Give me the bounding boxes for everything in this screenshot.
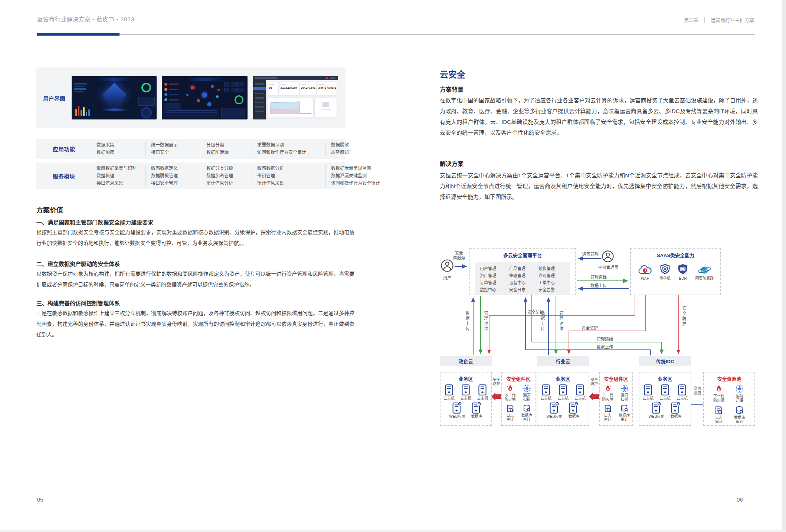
section-title: 云安全 (440, 68, 465, 80)
db-audit-icon (523, 404, 531, 413)
admin-icon (602, 250, 614, 263)
cloud-host-icon (661, 384, 669, 395)
database-label: 数据库 (670, 414, 681, 418)
cloud-host-icon (445, 384, 453, 395)
feature-item: 数数据泄漏常规监测 (331, 165, 394, 172)
saas-capability-box: SAAS类安全能力 WAF 堡垒机 EDR 网页防篡改 (630, 248, 721, 295)
web-app-label: WEB应用 (449, 414, 465, 418)
cloud-host-label: 云主机 (477, 396, 488, 400)
cloud-host-label: 云主机 (557, 396, 569, 400)
module-item: 产品管理 (509, 265, 536, 271)
web-app-icon (452, 402, 462, 414)
value-item-heading: 一、满足国家和主管部门数据安全能力建设要求 (36, 218, 153, 226)
ops-flow-label: 运营管理 (582, 251, 599, 257)
hologram-base-glow (101, 108, 129, 112)
log-audit-label: 日志 审计 (604, 413, 612, 421)
feature-item: 数据梳理 (96, 173, 140, 180)
value-item-heading: 二、建立数据资产驱动的安全体系 (36, 260, 120, 267)
business-zone-box: 业务区 云主机 云主机 云主机 WEB应用 数据库 (537, 372, 589, 426)
module-item: 镜像管理 (538, 265, 565, 271)
log-audit-icon (714, 406, 723, 415)
protect-flow-label-v: 安全防护 (681, 306, 687, 327)
platform-title: 多云安全管理平台 (470, 252, 575, 259)
page-number-right: 06 (737, 496, 743, 503)
gauge-ring-2 (235, 95, 243, 104)
cloud-host-label: 云主机 (540, 396, 551, 400)
app-feature-row: 应用功能 数据采集 数据加密 统一数据展示 接口安全 分级分类 数据防泄漏 重要… (36, 139, 345, 159)
database-icon (671, 402, 681, 414)
saas-item: EDR (678, 264, 688, 280)
db-audit-icon (620, 404, 629, 413)
ngfw-label: 下一代 防火墙 (713, 394, 724, 402)
traffic-steering-label: 网络 引流 (692, 387, 703, 395)
cloud-host-icon (462, 384, 470, 395)
feature-item: 接口安全管理 (151, 180, 196, 187)
security-component-zone-box: 安全组件区 下一代 防火墙 漏洞 扫描 日志 审计 数据库 审计 (599, 372, 633, 426)
architecture-diagram: 用户 安全 自服务 多云安全管理平台 用户管理 产品管理 镜像管理 资产管理 策… (439, 245, 758, 435)
page-edge (782, 0, 786, 532)
upload-flow-label-v: 数据上传 (464, 311, 470, 332)
protect-arrow-label: 安全 防护 (492, 378, 501, 386)
feature-item: 分级分类 (206, 142, 246, 149)
dashboard2-titlebar (186, 78, 223, 81)
cloud-host-label: 云主机 (443, 396, 455, 400)
feature-item: 审计信息采集 (257, 180, 320, 187)
vuln-scan-label: 漏洞 扫描 (621, 393, 628, 401)
feature-item: 数据分类分级 (206, 165, 246, 172)
saas-title: SAAS类安全能力 (631, 252, 720, 259)
admin-label: 平台管理员 (591, 264, 625, 270)
feature-item: 数据加密 (96, 149, 140, 156)
security-component-title: 安全组件区 (502, 375, 535, 382)
feature-item: 数据脱敏管理 (151, 173, 196, 180)
web-app-label: WEB应用 (547, 414, 563, 418)
solution-heading: 解决方案 (440, 159, 464, 168)
db-audit-label: 数据库 审计 (521, 413, 533, 421)
cloud-bar-industrycloud: 行业云 (537, 356, 589, 366)
value-item-body: 根按照主管部门数据安全考核与安全能力建设要求，实现对重要数据和核心数据识别、分级… (36, 227, 354, 249)
vuln-scan-label: 漏洞 扫描 (523, 393, 531, 401)
header-chapter: 第二章 运营商行业主推方案 (684, 16, 754, 23)
database-label: 数据库 (568, 414, 579, 418)
feature-item: 数据采集 (96, 142, 140, 149)
feature-item: 态势感知 (331, 149, 376, 156)
ngfw-label: 下一代 防火墙 (602, 393, 613, 401)
ui-panel: 用户界面 (36, 68, 345, 128)
solution-body: 安恒云统一安全中心解决方案由1个安全运营平台、1个集中安全防护能力和N个近源安全… (440, 170, 758, 202)
cloud-host-label: 云主机 (659, 396, 671, 400)
feature-item: 接口信息采集 (96, 180, 140, 187)
cloud-host-icon (542, 384, 550, 395)
ui-row-label: 用户界面 (43, 94, 65, 102)
protect-fat-arrow (491, 393, 502, 401)
feature-item: 敏感数据分析 (257, 165, 320, 172)
module-item: 运营中心 (509, 279, 536, 285)
cloud-host-label: 云主机 (642, 396, 654, 400)
dashboard2-table (163, 109, 219, 118)
stat-value: 2.54TB / 3.51TB (318, 86, 335, 89)
app-row-label: 应用功能 (36, 145, 91, 153)
feature-item: 审计信息分析 (206, 180, 246, 187)
ngfw-icon (506, 384, 514, 393)
dashboard-screenshot-1 (72, 76, 157, 119)
dashboard1-left-widgets (74, 82, 89, 97)
dashboard1-titlebar (98, 78, 131, 81)
feature-item: 接口安全 (151, 149, 196, 156)
vuln-scan-icon (523, 384, 531, 393)
security-pool-box: 安全资源池 下一代 防火墙 漏洞 扫描 日志 审计 数据库 审计 (703, 372, 755, 426)
vuln-scan-label: 漏洞 扫描 (736, 394, 743, 402)
stat-card: 93 (268, 82, 278, 95)
svc-row-label: 服务模块 (36, 172, 91, 180)
security-pool-title: 安全资源池 (704, 375, 754, 382)
user-icon (441, 259, 454, 272)
saas-item: 堡垒机 (659, 264, 671, 280)
stat-value: 93 (269, 86, 277, 89)
background-heading: 方案背景 (440, 85, 464, 93)
cloud-host-icon (478, 384, 487, 395)
db-audit-label: 数据库 审计 (619, 413, 630, 421)
cloud-host-icon (644, 384, 652, 395)
log-audit-label: 日志 审计 (715, 416, 723, 424)
module-item: 安全日志 (509, 286, 536, 292)
database-label: 数据库 (471, 414, 482, 418)
upload-flow-label: 数据上传 (590, 282, 607, 288)
hologram-graphic (102, 83, 126, 107)
stat-value: 204,277,871 (301, 86, 315, 89)
